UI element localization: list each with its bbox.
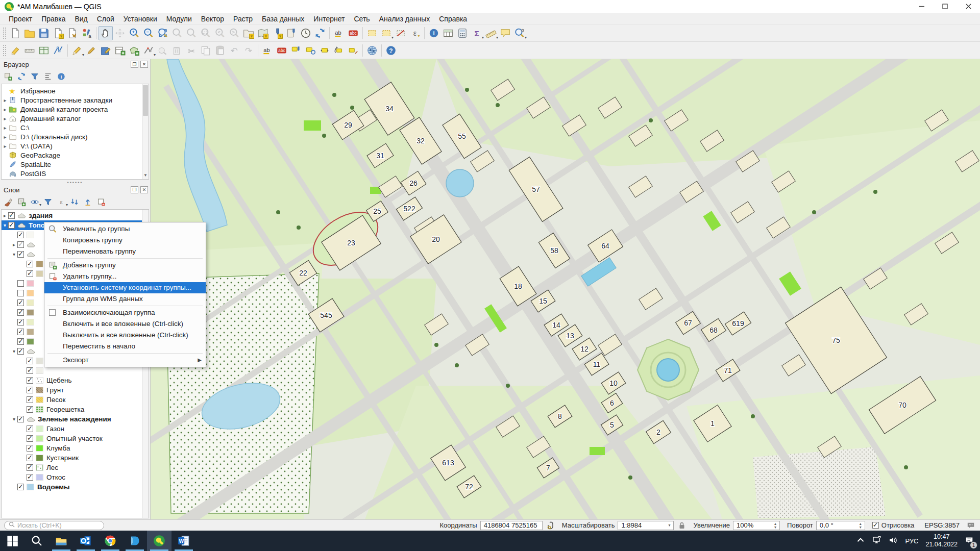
expander-icon[interactable]: ▸ <box>11 242 17 247</box>
layers-close-button[interactable]: ✕ <box>140 186 148 193</box>
menu-item-13[interactable]: Справка <box>434 14 472 24</box>
expander-icon[interactable]: ▸ <box>2 116 9 121</box>
word[interactable]: W <box>172 531 196 551</box>
identify-features[interactable]: i <box>427 26 441 40</box>
new-print-layout[interactable]: ✳ <box>51 26 65 40</box>
project-open[interactable] <box>22 26 37 40</box>
map-tips[interactable] <box>498 26 512 40</box>
current-edits[interactable]: ▾ <box>70 43 84 58</box>
volume-icon[interactable] <box>889 536 898 546</box>
browser-properties[interactable]: i <box>55 70 67 83</box>
annotation-marker[interactable] <box>8 43 22 58</box>
browser-item-6[interactable]: ▸D:\ (Локальный диск) <box>2 132 149 141</box>
layer-row-песок[interactable]: Песок <box>2 395 149 405</box>
add-record[interactable] <box>113 43 127 58</box>
add-group[interactable] <box>15 196 28 208</box>
browser-item-3[interactable]: ▸Домашний каталог проекта <box>2 105 149 114</box>
magnifier-field[interactable]: 100%▴▾ <box>733 521 780 530</box>
layer-row-клумба[interactable]: Клумба <box>2 443 149 453</box>
deselect-features[interactable] <box>394 26 408 40</box>
context-menu-item-11[interactable]: Включить и все вложенные (Ctrl-click) <box>44 318 206 330</box>
open-attribute-table[interactable] <box>441 26 455 40</box>
rotation-field[interactable]: 0,0 °▴▾ <box>816 521 865 530</box>
browser-filter[interactable] <box>29 70 41 83</box>
zoom-in[interactable]: + <box>127 26 141 40</box>
browser-float-button[interactable]: ❐ <box>131 61 138 68</box>
context-menu-item-13[interactable]: Переместить в начало <box>44 341 206 352</box>
expander-icon[interactable]: ▾ <box>11 252 17 257</box>
label-toolbar-ab[interactable]: ab <box>332 26 346 40</box>
expander-icon[interactable]: ▸ <box>2 97 9 103</box>
open-layer-styling[interactable] <box>2 196 14 208</box>
menu-item-9[interactable]: База данных <box>257 14 309 24</box>
filter-by-expression[interactable]: ε▾ <box>55 196 67 208</box>
label-toolbar-abc[interactable]: abc <box>346 26 360 40</box>
layer-row-опытный-участок[interactable]: Опытный участок <box>2 434 149 443</box>
maximize-button[interactable] <box>933 0 957 13</box>
style-manager[interactable]: a <box>80 26 94 40</box>
zoom-to-selection[interactable] <box>170 26 184 40</box>
render-checkbox[interactable]: Отрисовка <box>872 521 915 529</box>
menu-item-12[interactable]: Анализ данных <box>375 14 435 24</box>
menu-item-10[interactable]: Интернет <box>309 14 349 24</box>
filter-legend[interactable] <box>42 196 54 208</box>
coordinates-field[interactable]: 4186804 7525165 <box>480 521 543 530</box>
zoom-settings[interactable]: ▾ <box>512 26 527 40</box>
project-save[interactable] <box>37 26 51 40</box>
layer-visibility-checkbox[interactable] <box>27 270 33 277</box>
layer-visibility-checkbox[interactable] <box>27 358 33 364</box>
layer-visibility-checkbox[interactable] <box>27 425 33 432</box>
menu-item-3[interactable]: Вид <box>70 14 92 24</box>
layer-visibility-checkbox[interactable] <box>27 474 33 481</box>
pan-to-selection[interactable] <box>113 26 127 40</box>
layer-visibility-checkbox[interactable] <box>27 455 33 461</box>
zoom-to-layer[interactable] <box>184 26 199 40</box>
browser-add-selected-layers[interactable] <box>2 70 14 83</box>
toolbar-grip[interactable] <box>3 27 7 39</box>
chrome[interactable] <box>98 531 122 551</box>
metasearch[interactable] <box>365 43 379 58</box>
expander-icon[interactable]: ▸ <box>2 143 9 149</box>
map-canvas[interactable]: 3429325531265222523202218575864545151413… <box>151 59 980 519</box>
context-menu-item-1[interactable]: Увеличить до группы <box>44 223 206 235</box>
cut-features[interactable]: ✂ <box>184 43 199 58</box>
rotate-label[interactable] <box>332 43 346 58</box>
bookmark-pin[interactable]: ✳ <box>270 26 284 40</box>
vertex-tool[interactable]: ▾ <box>141 43 156 58</box>
toolbar-grip[interactable] <box>3 44 7 57</box>
qgis[interactable] <box>147 531 172 551</box>
browser-item-2[interactable]: ▸Пространственные закладки <box>2 95 149 105</box>
layer-visibility-checkbox[interactable] <box>27 367 33 374</box>
notifications-button[interactable]: 1 <box>965 536 974 546</box>
field-calculator[interactable] <box>455 26 470 40</box>
delete-selected[interactable] <box>170 43 184 58</box>
menu-item-4[interactable]: Слой <box>92 14 119 24</box>
layer-row-грунт[interactable]: Грунт <box>2 385 149 395</box>
expander-icon[interactable]: ▸ <box>2 125 9 131</box>
layer-visibility-checkbox[interactable] <box>17 484 24 490</box>
browser-scrollbar[interactable]: ▼ <box>142 84 149 179</box>
context-menu-item-12[interactable]: Выключить и все вложенные (Ctrl-click) <box>44 330 206 341</box>
pan-map[interactable] <box>99 26 113 40</box>
layer-visibility-checkbox[interactable] <box>27 377 33 384</box>
measure[interactable]: ▾ <box>484 26 498 40</box>
layer-row-кустарник[interactable]: Кустарник <box>2 453 149 463</box>
layer-visibility-checkbox[interactable] <box>17 280 24 287</box>
refresh-map[interactable] <box>313 26 327 40</box>
layer-row-водоемы[interactable]: Водоемы <box>2 482 149 492</box>
undo[interactable]: ↶ <box>227 43 241 58</box>
menu-item-6[interactable]: Модули <box>162 14 197 24</box>
statistics[interactable]: Σ▾ <box>470 26 484 40</box>
context-menu-item-10[interactable]: Взаимоисключающая группа <box>44 307 206 318</box>
layer-visibility-checkbox[interactable] <box>17 299 24 306</box>
context-menu-item-6[interactable]: Удалить группу... <box>44 271 206 282</box>
expander-icon[interactable]: ▸ <box>2 213 8 218</box>
layer-row-зеленые-насаждения[interactable]: ▾Зеленые насаждения <box>2 414 149 424</box>
crs-button[interactable]: EPSG:3857 <box>922 521 960 529</box>
move-label[interactable] <box>317 43 332 58</box>
expander-icon[interactable]: ▾ <box>11 348 17 354</box>
minimize-button[interactable] <box>910 0 933 13</box>
start-button[interactable] <box>0 531 24 551</box>
close-button[interactable] <box>957 0 980 13</box>
browser-collapse-all[interactable] <box>42 70 54 83</box>
